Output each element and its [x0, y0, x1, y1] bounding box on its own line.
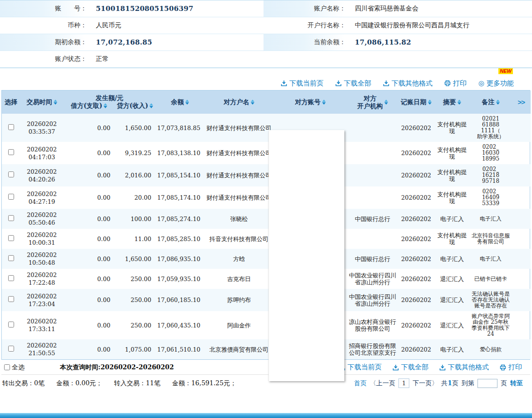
- cell-debit: 0.00: [64, 186, 114, 209]
- account-name-value: 四川省索玛慈善基金会: [352, 0, 532, 17]
- row-checkbox[interactable]: [8, 235, 14, 241]
- row-checkbox[interactable]: [8, 149, 14, 155]
- sort-icon[interactable]: [104, 103, 107, 108]
- cell-summary: 支付机构提现: [434, 164, 470, 186]
- cell-expand: [512, 209, 531, 229]
- row-checkbox[interactable]: [8, 275, 14, 281]
- cell-debit: 0.00: [64, 269, 114, 289]
- cell-balance: 17,085,274.10: [155, 209, 204, 229]
- row-checkbox[interactable]: [8, 346, 14, 352]
- cell-debit: 0.00: [64, 311, 114, 339]
- current-balance-value: 17,086,115.82: [352, 34, 532, 50]
- print-link[interactable]: 打印: [500, 363, 522, 372]
- cell-credit: 1,075.00: [114, 339, 155, 359]
- download-current-page-link[interactable]: 下载当前页: [281, 79, 323, 88]
- cell-credit: 20.00: [114, 186, 155, 209]
- sort-icon[interactable]: [428, 100, 432, 105]
- row-checkbox[interactable]: [8, 296, 14, 302]
- sort-icon[interactable]: [54, 100, 57, 105]
- cell-credit: 11.00: [114, 229, 155, 249]
- cell-counterparty-bank: 中国银行总行: [347, 209, 398, 229]
- cell-credit: 2,016.00: [114, 164, 155, 186]
- cell-transaction-time: 20260202 04:27:19: [20, 186, 64, 209]
- header-amount-group: 发生额/元: [64, 91, 155, 102]
- cell-remark: 02021 61888 1111（ 助学系统）: [470, 114, 512, 142]
- current-page-indicator: 1: [398, 378, 409, 388]
- current-balance-label: 当前余额：: [264, 34, 352, 50]
- cell-transaction-time: 20260202 04:17:03: [20, 142, 64, 164]
- cell-counterparty-bank: [347, 229, 398, 249]
- cell-summary: 退汇汇入: [434, 289, 470, 311]
- cell-counterparty-name: 北京雅债商贸有限公司: [204, 339, 273, 359]
- new-badge: NEW: [498, 68, 513, 74]
- download-all-link[interactable]: 下载全部: [335, 79, 371, 88]
- cell-counterparty-name: 财付通支付科技有限公司: [204, 186, 273, 209]
- table-row: 20260202 04:27:19 0.00 20.00 17,085,174.…: [2, 186, 531, 209]
- goto-page-input[interactable]: [477, 379, 497, 388]
- cell-debit: 0.00: [64, 164, 114, 186]
- cell-balance: 17,073,818.85: [155, 114, 204, 142]
- cell-remark: 电子汇入: [470, 209, 512, 229]
- download-other-format-link[interactable]: 下载其他格式: [439, 363, 489, 372]
- download-icon: [335, 80, 342, 86]
- cell-balance: 17,061,510.10: [155, 339, 204, 359]
- header-transaction-time: 交易时间: [20, 91, 64, 114]
- total-pages-text: 共1页: [441, 379, 458, 388]
- print-link[interactable]: 打印: [444, 79, 467, 88]
- sort-icon[interactable]: [384, 100, 388, 105]
- account-name-label: 账户名称：: [264, 0, 352, 17]
- cell-credit: 100.00: [114, 209, 155, 229]
- cell-expand: [512, 142, 531, 164]
- row-checkbox[interactable]: [8, 124, 14, 130]
- cell-balance: 17,060,435.10: [155, 311, 204, 339]
- header-credit: 贷方(收入): [114, 102, 155, 114]
- expand-columns-link[interactable]: >>: [517, 98, 525, 106]
- cell-transaction-time: 20260202 10:50:48: [20, 249, 64, 269]
- cell-counterparty-bank: 凉山农村商业银行股份有限公司: [347, 311, 398, 339]
- incoming-count: 转入交易：11笔: [114, 379, 160, 388]
- prev-page-link[interactable]: 〈上一页: [370, 379, 395, 388]
- transactions-table: 选择 交易时间 发生额/元 余额 对方户名 对方账号 对方 开户机构 记账日期 …: [1, 90, 530, 360]
- cell-counterparty-name: 张晓松: [204, 209, 273, 229]
- cell-book-date: 20260202: [398, 339, 434, 359]
- cell-counterparty-name: 方晗: [204, 249, 273, 269]
- more-functions-link[interactable]: ◎ 更多功能: [478, 79, 514, 88]
- sort-icon[interactable]: [496, 100, 500, 105]
- incoming-amount: 金额：16,591.25元；: [172, 379, 236, 388]
- download-other-format-link[interactable]: 下载其他格式: [383, 79, 433, 88]
- first-page-link[interactable]: 首页: [354, 379, 367, 388]
- cell-balance: 17,085,154.10: [155, 164, 204, 186]
- cell-credit: 1,650.00: [114, 114, 155, 142]
- next-page-link[interactable]: 下一页〉: [413, 379, 438, 388]
- outgoing-amount: 金额：0.00元；: [56, 379, 102, 388]
- header-counterparty-name: 对方户名: [204, 91, 273, 114]
- cell-expand: [512, 164, 531, 186]
- select-all-checkbox[interactable]: [4, 364, 10, 370]
- query-time-text: 本次查询时间:20260202-20260202: [60, 363, 174, 372]
- cell-counterparty-name: 财付通支付科技有限公司: [204, 114, 273, 142]
- download-all-link[interactable]: 下载全部: [393, 363, 428, 372]
- sort-icon[interactable]: [457, 100, 461, 105]
- cell-expand: [512, 186, 531, 209]
- row-checkbox[interactable]: [8, 171, 14, 177]
- sort-icon[interactable]: [322, 100, 326, 105]
- cell-debit: 0.00: [64, 339, 114, 359]
- goto-page-label: 到第: [462, 379, 474, 388]
- cell-transaction-time: 20260202 05:50:46: [20, 209, 64, 229]
- sort-icon[interactable]: [185, 100, 189, 105]
- goto-page-button[interactable]: 转至: [510, 379, 523, 388]
- cell-transaction-time: 20260202 03:35:37: [20, 114, 64, 142]
- row-checkbox[interactable]: [8, 255, 14, 261]
- sort-icon[interactable]: [251, 100, 254, 105]
- download-current-page-link[interactable]: 下载当前页: [339, 363, 382, 372]
- cell-book-date: 20260202: [398, 289, 434, 311]
- sort-icon[interactable]: [149, 103, 153, 108]
- row-checkbox[interactable]: [8, 215, 14, 221]
- cell-counterparty-name: 吉克布日: [204, 269, 273, 289]
- row-checkbox[interactable]: [8, 194, 14, 200]
- cell-counterparty-name: 财付通支付科技有限公司: [204, 142, 273, 164]
- cell-expand: [512, 229, 531, 249]
- cell-counterparty-name: 苏呷约布: [204, 289, 273, 311]
- cell-book-date: 20260202: [398, 229, 434, 249]
- row-checkbox[interactable]: [8, 322, 14, 327]
